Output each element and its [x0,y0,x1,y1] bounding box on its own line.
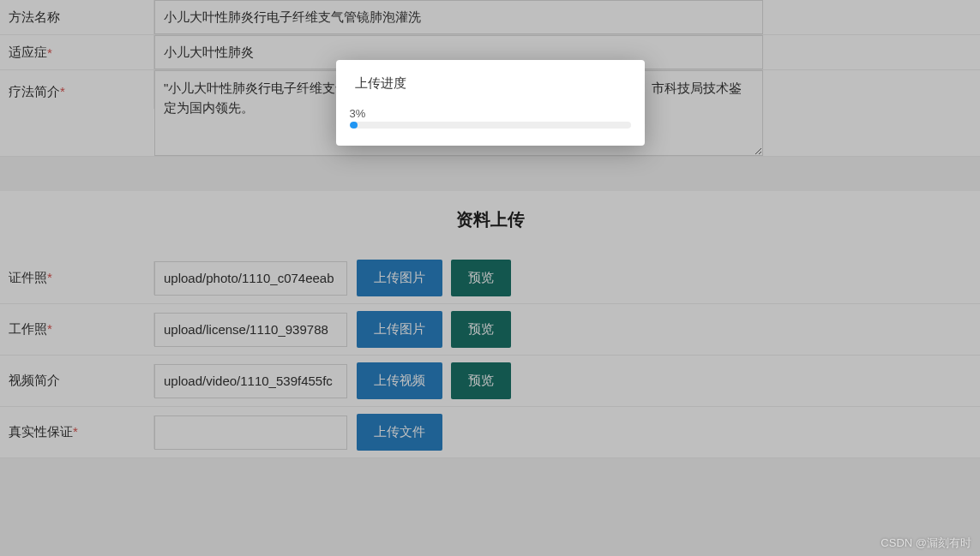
watermark: CSDN @漏刻有时 [881,535,971,551]
upload-progress-modal: 上传进度 3% [336,60,645,146]
progress-fill [350,122,358,129]
progress-bar [350,122,631,129]
modal-title: 上传进度 [355,75,631,92]
progress-percent-label: 3% [350,107,631,120]
